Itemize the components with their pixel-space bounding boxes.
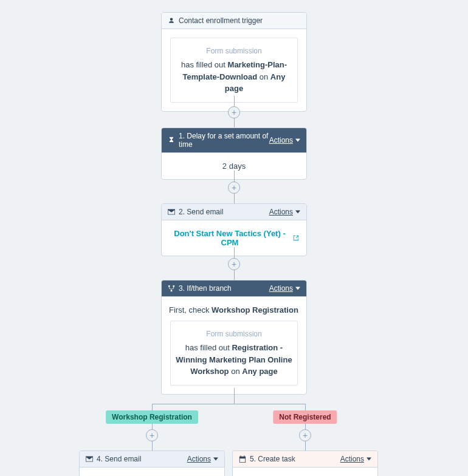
delay-header-label: 1. Delay for a set amount of time [179,132,269,149]
workflow-canvas: Contact enrollment trigger Form submissi… [0,0,468,476]
connector [152,404,305,404]
chevron-down-icon [213,457,218,461]
add-step-button[interactable]: + [228,182,240,194]
contact-icon [168,17,175,24]
delay-actions-label: Actions [269,136,293,144]
send-email-actions-label: Actions [269,208,293,216]
branch-condition-text: has filled out Registration - Winning Ma… [176,342,292,378]
branch-no-pill[interactable]: Not Registered [273,410,337,424]
add-step-button[interactable]: + [299,429,311,441]
trigger-condition-text: has filled out Marketing-Plan-Template-D… [176,59,292,95]
branch-intro: First, check Workshop Registration [169,305,299,314]
trigger-frame-label: Form submission [176,46,292,56]
trigger-header: Contact enrollment trigger [162,13,306,29]
branch-card[interactable]: 3. If/then branch Actions First, check W… [161,280,307,395]
email-icon [168,209,175,215]
send-email-2-actions-label: Actions [187,455,211,463]
chevron-down-icon [295,138,300,143]
hourglass-icon [168,137,175,144]
branch-header-label: 3. If/then branch [179,284,269,293]
branch-intro-name: Workshop Registration [212,305,298,314]
add-step-button[interactable]: + [228,258,240,270]
create-task-header: 5. Create task Actions [233,451,377,467]
branch-text-pre: has filled out [185,343,232,352]
send-email-card-2[interactable]: 4. Send email Actions [79,450,225,476]
send-email-actions-menu[interactable]: Actions [269,208,300,216]
calendar-icon [239,455,246,463]
branch-condition: Form submission has filled out Registrat… [170,321,298,386]
delay-duration: 2 days [222,162,246,171]
branch-text-mid: on [229,367,243,376]
chevron-down-icon [366,457,371,461]
add-step-button[interactable]: + [146,429,158,441]
email-template-name: Don't Start New Tactics (Yet) - CPM [169,229,291,247]
branch-intro-pre: First, check [169,305,212,314]
create-task-actions-menu[interactable]: Actions [340,455,371,463]
send-email-2-header-label: 4. Send email [97,455,187,463]
send-email-2-header: 4. Send email Actions [80,451,224,467]
create-task-actions-label: Actions [340,455,364,463]
branch-page: Any page [242,367,278,376]
branch-frame-label: Form submission [176,328,292,339]
send-email-header: 2. Send email Actions [162,204,306,220]
trigger-header-label: Contact enrollment trigger [179,16,300,25]
send-email-2-actions-menu[interactable]: Actions [187,455,218,463]
trigger-text-mid: on [257,72,270,81]
branch-actions-menu[interactable]: Actions [269,284,300,293]
chevron-down-icon [295,286,300,291]
branch-header: 3. If/then branch Actions [162,280,306,297]
send-email-2-body [80,467,224,476]
send-email-header-label: 2. Send email [179,208,269,216]
branch-body: First, check Workshop Registration Form … [162,297,306,394]
branch-actions-label: Actions [269,284,293,293]
connector [234,388,235,404]
trigger-condition: Form submission has filled out Marketing… [170,38,298,103]
add-step-button[interactable]: + [228,106,240,118]
branch-yes-pill[interactable]: Workshop Registration [106,410,198,424]
chevron-down-icon [295,209,300,214]
create-task-card[interactable]: 5. Create task Actions [232,450,378,476]
external-link-icon [293,235,299,241]
delay-header: 1. Delay for a set amount of time Action… [162,128,306,153]
email-template-link[interactable]: Don't Start New Tactics (Yet) - CPM [169,229,299,247]
create-task-header-label: 5. Create task [250,455,340,463]
create-task-body [233,467,377,476]
email-icon [86,456,93,462]
trigger-text-pre: has filled out [181,60,228,69]
branch-icon [168,285,175,292]
delay-actions-menu[interactable]: Actions [269,136,300,144]
